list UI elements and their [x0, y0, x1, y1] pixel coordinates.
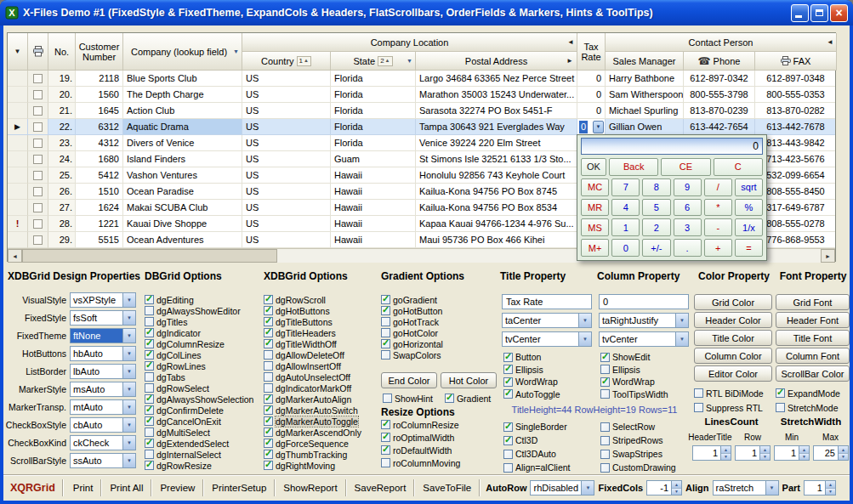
calc-key-sqrt[interactable]: sqrt	[735, 178, 763, 196]
checkbox-box[interactable]	[600, 436, 610, 445]
checkbox-dgAllowInsertOff[interactable]: dgAllowInsertOff	[264, 360, 361, 371]
checkbox-dgTitleHeaders[interactable]: dgTitleHeaders	[264, 327, 361, 338]
cell-phone[interactable]: 800-555-3798	[684, 87, 755, 103]
cell-company[interactable]: Makai SCUBA Club	[123, 200, 242, 216]
cell-fax[interactable]: 808-555-8450	[755, 184, 835, 200]
cell-fax[interactable]: 613-442-7678	[755, 119, 835, 135]
checkbox-box[interactable]	[145, 461, 154, 470]
checkbox-goHotTrack[interactable]: goHotTrack	[381, 316, 443, 327]
grid-row[interactable]: 20.1560The Depth ChargeUSFloridaMarathon…	[8, 87, 835, 103]
marker-cell[interactable]	[8, 232, 28, 248]
dropdown-arrow-icon[interactable]: ▼	[122, 400, 135, 414]
close-button[interactable]: ×	[830, 4, 848, 22]
row-checkbox[interactable]	[33, 219, 43, 229]
cell-customer[interactable]: 1680	[76, 151, 123, 167]
checkbox-box[interactable]	[503, 450, 513, 459]
check-cell[interactable]	[28, 151, 48, 167]
spinner-arrows-icon[interactable]: ▲▼	[671, 481, 681, 495]
spinner-arrows-icon[interactable]: ▲▼	[720, 446, 731, 460]
checkbox-box[interactable]	[381, 350, 390, 360]
dropdown-arrow-icon[interactable]: ▼	[122, 382, 135, 396]
cell-customer[interactable]: 1624	[76, 200, 123, 216]
hot-color-button[interactable]: Hot Color	[441, 372, 497, 388]
checkbox-dgThumbTracking[interactable]: dgThumbTracking	[264, 449, 361, 460]
checkbox-SwapColors[interactable]: SwapColors	[381, 349, 443, 360]
cell-state[interactable]: Hawaii	[331, 216, 416, 232]
group-header-company-location[interactable]: Company Location◄	[242, 33, 577, 52]
checkbox-box[interactable]	[264, 383, 273, 393]
row-checkbox[interactable]	[33, 155, 43, 164]
column-alignment-combo[interactable]: taRightJustify▼	[599, 313, 689, 328]
inline-editor-value[interactable]: 0	[579, 121, 588, 133]
title-valignment-combo[interactable]: tvCenter▼	[502, 331, 592, 347]
spinner-value[interactable]: 1	[693, 446, 720, 460]
cell-company[interactable]: Ocean Paradise	[123, 184, 242, 200]
row-checkbox[interactable]	[33, 203, 43, 212]
dropdown-arrow-icon[interactable]: ▼	[578, 332, 591, 346]
cell-postal[interactable]: Kailua-Kona 94756 PO Box 8745	[416, 184, 577, 200]
checkbox-box[interactable]	[145, 350, 154, 360]
checkbox-goHotButton[interactable]: goHotButton	[381, 305, 443, 316]
checkbox-box[interactable]	[381, 445, 390, 455]
checkbox-box[interactable]	[381, 339, 390, 348]
marker-cell[interactable]	[8, 151, 28, 167]
cell-postal[interactable]: St Simons Isle 32521 6133 1/3 Sto...	[416, 151, 577, 167]
checkbox-dgForceSequence[interactable]: dgForceSequence	[264, 438, 361, 449]
checkbox-box[interactable]	[381, 328, 390, 337]
checkbox-box[interactable]	[600, 389, 610, 399]
cell-company[interactable]: Aquatic Drama	[123, 119, 242, 135]
cell-country[interactable]: US	[242, 216, 331, 232]
checkbox-box[interactable]	[145, 405, 154, 415]
cell-customer[interactable]: 4312	[76, 135, 123, 151]
checkbox-dgAllowDeleteOff[interactable]: dgAllowDeleteOff	[264, 349, 361, 360]
checkbox-box[interactable]	[600, 377, 610, 387]
calc-key-8[interactable]: 8	[642, 178, 670, 196]
dropdown-arrow-icon[interactable]: ▼	[122, 365, 135, 378]
calc-key-.[interactable]: .	[674, 239, 702, 257]
cell-country[interactable]: US	[242, 151, 331, 167]
combo-MarkerTransp[interactable]: mtAuto▼	[70, 399, 136, 415]
title-bar[interactable]: X X-Files Demo #1 (FixedStyle & FixedThe…	[0, 0, 853, 25]
fixedcols-spinner[interactable]: -1▲▼	[646, 480, 682, 496]
checkbox-dgMarkerAutoSwitch[interactable]: dgMarkerAutoSwitch	[264, 405, 361, 416]
calc-key-MS[interactable]: MS	[581, 218, 609, 236]
checkbox-dgColLines[interactable]: dgColLines	[145, 349, 253, 360]
header-color-button[interactable]: Header Color	[694, 312, 772, 328]
calc-key-MC[interactable]: MC	[581, 178, 609, 196]
group-header-contact-person[interactable]: Contact Person◄	[606, 33, 837, 52]
cell-company[interactable]: Ocean Adventures	[123, 232, 242, 248]
print-column-header[interactable]	[28, 33, 48, 71]
row-checkbox[interactable]	[33, 122, 43, 132]
checkbox-box[interactable]	[503, 365, 513, 374]
row-lines-spinner[interactable]: 1▲▼	[735, 445, 771, 461]
cell-company[interactable]: Kauai Dive Shoppe	[123, 216, 242, 232]
cell-no[interactable]: 25.	[48, 167, 76, 184]
checkbox-Suppress RTL[interactable]: Suppress RTL	[694, 400, 764, 415]
header-font-button[interactable]: Header Font	[776, 312, 850, 328]
stretch-max-spinner[interactable]: 25▲▼	[813, 445, 849, 461]
cell-country[interactable]: US	[242, 200, 331, 216]
calc-key-5[interactable]: 5	[642, 199, 670, 217]
check-cell[interactable]	[28, 232, 48, 248]
cell-postal[interactable]: Kapaa Kauai 94766-1234 4-976 Su...	[416, 216, 577, 232]
checkbox-SingleBorder[interactable]: SingleBorder	[503, 420, 571, 433]
row-checkbox[interactable]	[33, 139, 43, 148]
checkbox-dgCancelOnExit[interactable]: dgCancelOnExit	[145, 416, 253, 427]
check-cell[interactable]	[28, 167, 48, 184]
cell-postal[interactable]: Venice 39224 220 Elm Street	[416, 135, 577, 151]
checkbox-box[interactable]	[264, 394, 273, 404]
checkbox-box[interactable]	[145, 339, 154, 348]
scroll-left-button[interactable]: ◄	[8, 249, 22, 263]
check-cell[interactable]	[28, 71, 48, 87]
cell-postal[interactable]: Tampa 30643 921 Everglades Way	[416, 119, 577, 135]
dropdown-arrow-icon[interactable]: ▼	[578, 314, 591, 327]
checkbox-box[interactable]	[145, 450, 154, 459]
checkbox-ShowEdit[interactable]: ShowEdit	[600, 351, 668, 364]
scroll-right-button[interactable]: ►	[821, 249, 835, 263]
calc-key-=[interactable]: =	[735, 239, 763, 257]
checkbox-dgTitleButtons[interactable]: dgTitleButtons	[264, 316, 361, 327]
cell-customer[interactable]: 1645	[76, 103, 123, 119]
check-cell[interactable]	[28, 87, 48, 103]
column-font-button[interactable]: Column Font	[776, 348, 850, 364]
checkbox-box[interactable]	[264, 461, 273, 470]
